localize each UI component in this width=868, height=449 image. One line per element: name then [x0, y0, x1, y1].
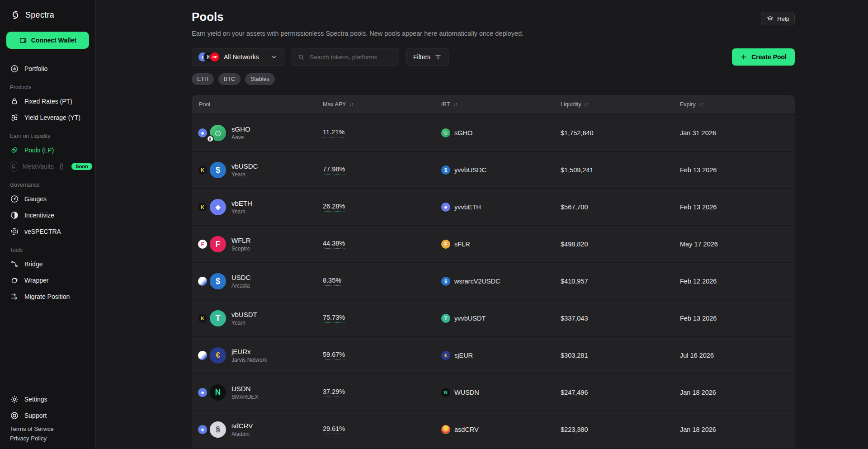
liquidity-value: $567,700: [561, 203, 588, 211]
sidebar-spacer: [6, 305, 89, 391]
max-apy-value[interactable]: 11.21%: [323, 128, 344, 137]
metavaults-icon: [10, 161, 17, 172]
pool-cell: K T vbUSDT Yearn: [192, 310, 316, 326]
eth-token-icon: ◆: [210, 199, 226, 215]
usdc-token-icon: $: [210, 162, 226, 178]
expiry-value: Feb 13 2026: [680, 203, 717, 211]
sidebar-item-gauges[interactable]: Gauges: [6, 191, 89, 207]
asdcrv-token-icon: [441, 425, 450, 434]
pool-cell: K $ vbUSDC Yearn: [192, 162, 316, 178]
sidebar-item-support[interactable]: Support: [6, 407, 89, 424]
ibt-name: yvvbUSDT: [454, 315, 486, 322]
plasma-network-icon: [198, 351, 207, 360]
gear-icon: [10, 395, 19, 404]
sidebar-item-yield-leverage[interactable]: Yield Leverage (YT): [6, 109, 89, 126]
wsrarcv2usdc-token-icon: $: [441, 277, 450, 286]
max-apy-value[interactable]: 75.73%: [323, 314, 345, 323]
connect-wallet-button[interactable]: Connect Wallet: [6, 32, 89, 49]
pool-table-row[interactable]: K T vbUSDT Yearn 75.73% T yvvbUSDT $337,…: [192, 300, 795, 336]
max-apy-value[interactable]: 26.28%: [323, 203, 345, 212]
katana-network-icon: K: [198, 314, 207, 323]
sgho-token-icon: ☺: [441, 128, 450, 137]
liquidity-value: $410,957: [561, 278, 588, 285]
pools-table-header: Pool Max APY ↓↑ IBT ↓↑ Liquidity ↓↑ Expi…: [192, 95, 795, 114]
sidebar-item-metavaults[interactable]: MetaVaults ? Soon: [6, 158, 89, 175]
expiry-value: Jan 18 2026: [680, 389, 716, 396]
chip-eth[interactable]: ETH: [192, 73, 214, 85]
pool-table-row[interactable]: F F WFLR Sceptre 44.38% F sFLR $498,820 …: [192, 226, 795, 262]
ibt-name: yvvbETH: [454, 203, 481, 211]
sidebar-item-bridge[interactable]: Bridge: [6, 256, 89, 272]
pool-table-row[interactable]: $ USDC Arcadia 8.35% $ wsrarcV2USDC $410…: [192, 263, 795, 299]
pool-platform: Yearn: [231, 208, 252, 215]
expiry-value: Jul 16 2026: [680, 352, 714, 359]
max-apy-value[interactable]: 37.29%: [323, 388, 345, 397]
pool-table-row[interactable]: ◆ § sdCRV Aladdin 29.61% asdCRV $223,380…: [192, 411, 795, 448]
sidebar-item-settings[interactable]: Settings: [6, 391, 89, 407]
sidebar-item-migrate[interactable]: Migrate Position: [6, 288, 89, 305]
chip-stables[interactable]: Stables: [245, 73, 275, 85]
lifebuoy-icon: [10, 411, 19, 420]
sidebar-item-vespectra[interactable]: veSPECTRA: [6, 223, 89, 240]
column-max-apy[interactable]: Max APY ↓↑: [316, 101, 434, 108]
sidebar-item-wrapper[interactable]: Wrapper: [6, 272, 89, 288]
yield-leverage-icon: [10, 113, 19, 122]
pool-name: jEURx: [231, 348, 267, 355]
sjeur-token-icon: €: [441, 351, 450, 360]
optimism-network-icon: OP: [210, 52, 219, 61]
pool-platform: Aladdin: [231, 431, 253, 437]
privacy-policy-link[interactable]: Privacy Policy: [10, 435, 85, 442]
pool-table-row[interactable]: K $ vbUSDC Yearn 77.98% $ yvvbUSDC $1,50…: [192, 152, 795, 188]
pool-cell: € jEURx Jarvis Network: [192, 347, 316, 364]
sidebar-item-fixed-rates[interactable]: Fixed Rates (PT): [6, 93, 89, 109]
incentivize-icon: [10, 211, 19, 220]
migrate-icon: [10, 292, 19, 301]
ibt-name: WUSDN: [454, 389, 479, 396]
max-apy-value[interactable]: 8.35%: [323, 277, 341, 286]
search-icon: [297, 53, 305, 61]
pool-table-row[interactable]: € jEURx Jarvis Network 59.67% € sjEUR $3…: [192, 337, 795, 373]
page-subtitle: Earn yield on your assets with permissio…: [192, 30, 795, 37]
pool-platform: SMARDEX: [231, 394, 258, 400]
pools-table: Pool Max APY ↓↑ IBT ↓↑ Liquidity ↓↑ Expi…: [192, 95, 795, 448]
help-button[interactable]: Help: [761, 12, 795, 25]
expiry-value: Feb 13 2026: [680, 166, 717, 174]
max-apy-value[interactable]: 44.38%: [323, 240, 345, 249]
column-liquidity[interactable]: Liquidity ↓↑: [553, 101, 673, 108]
pool-name: sdCRV: [231, 422, 253, 430]
expiry-value: Jan 18 2026: [680, 426, 716, 433]
max-apy-value[interactable]: 77.98%: [323, 165, 345, 175]
sidebar-item-pools[interactable]: Pools (LP): [6, 142, 89, 158]
network-selector[interactable]: ◆ K OP All Networks: [192, 48, 284, 66]
sidebar-item-portfolio[interactable]: Portfolio: [6, 61, 89, 77]
plasma-network-icon: [198, 277, 207, 286]
terms-of-service-link[interactable]: Terms of Service: [10, 425, 85, 432]
liquidity-value: $223,380: [561, 426, 588, 433]
expiry-value: Feb 12 2026: [680, 278, 717, 285]
pool-table-body: ◆ ☺ § sGHO Aave 11.21% ☺ sGHO $1,752,640…: [192, 115, 795, 448]
pool-table-row[interactable]: ◆ ☺ § sGHO Aave 11.21% ☺ sGHO $1,752,640…: [192, 115, 795, 151]
usdc-token-icon: $: [210, 273, 226, 289]
chip-btc[interactable]: BTC: [218, 73, 241, 85]
network-icon-stack: ◆ K OP: [198, 52, 219, 61]
create-pool-button[interactable]: Create Pool: [732, 48, 795, 66]
pool-table-row[interactable]: K ◆ vbETH Yearn 26.28% ◆ yvvbETH $567,70…: [192, 189, 795, 225]
sdcrv-token-icon: §: [210, 421, 226, 438]
soon-badge: Soon: [71, 163, 92, 170]
plus-icon: [740, 53, 747, 61]
ibt-name: wsrarcV2USDC: [454, 278, 500, 285]
search-input[interactable]: [309, 53, 386, 61]
app-logo: Spectra: [6, 8, 89, 22]
column-expiry[interactable]: Expiry ↓↑: [673, 101, 795, 108]
filter-lines-icon: [434, 53, 442, 61]
filters-button[interactable]: Filters: [406, 48, 448, 66]
sort-icon: ↓↑: [698, 101, 703, 108]
column-ibt[interactable]: IBT ↓↑: [434, 101, 553, 108]
sidebar-item-incentivize[interactable]: Incentivize: [6, 207, 89, 223]
pools-icon: [10, 146, 19, 155]
max-apy-value[interactable]: 29.61%: [323, 425, 345, 434]
sidebar: Spectra Connect Wallet Portfolio Product…: [0, 0, 96, 449]
sidebar-nav: Portfolio Products Fixed Rates (PT) Yiel…: [6, 61, 89, 305]
max-apy-value[interactable]: 59.67%: [323, 351, 345, 360]
pool-table-row[interactable]: ◆ N USDN SMARDEX 37.29% N WUSDN $247,496…: [192, 374, 795, 411]
